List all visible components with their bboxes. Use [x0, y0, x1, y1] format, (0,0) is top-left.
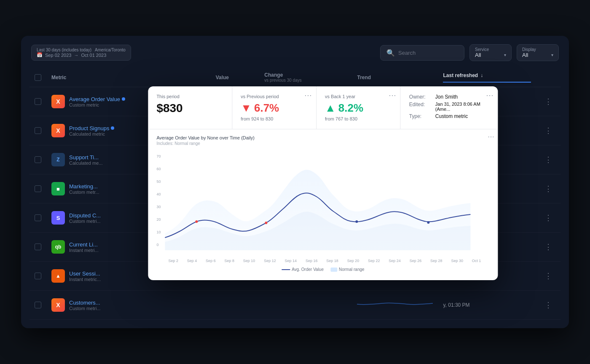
chart-more-button[interactable]: ⋯ [488, 133, 494, 141]
modal-year-more-button[interactable]: ⋯ [389, 91, 396, 100]
x-axis-labels: Sep 2Sep 4Sep 6Sep 8Sep 10 Sep 12Sep 14S… [156, 259, 489, 265]
value-header: Value [211, 68, 260, 87]
row-more-button[interactable]: ⋮ [541, 153, 555, 166]
owner-value: Jon Smith [435, 94, 458, 100]
modal-stats-row: This period $830 vs Previous period ▼ 6.… [148, 86, 498, 129]
chart-legend: Avg. Order Value Normal range [156, 267, 489, 272]
row-checkbox-cell [30, 145, 46, 174]
header-right: 🔍 Service All ▾ Display All ▾ [380, 44, 559, 61]
metric-type: Custom metri... [69, 306, 101, 311]
row-checkbox-cell [30, 262, 46, 291]
legend-area-icon [330, 268, 337, 272]
metric-type: Instant metric... [69, 277, 101, 282]
metric-icon: Z [51, 153, 65, 166]
row-checkbox[interactable] [35, 244, 41, 250]
change-header: Change vs previous 30 days [259, 68, 352, 87]
metric-icon: X [51, 124, 65, 137]
row-more-button[interactable]: ⋮ [541, 270, 555, 282]
search-box[interactable]: 🔍 [380, 45, 464, 61]
stat-year-from: from 767 to 830 [325, 116, 392, 121]
row-more-button[interactable]: ⋮ [541, 95, 555, 108]
modal-meta-more-button[interactable]: ⋯ [486, 91, 493, 100]
edited-value: Jan 31, 2023 8:06 AM (Ame... [435, 102, 490, 112]
mini-trend-chart [357, 296, 433, 313]
row-more-button[interactable]: ⋮ [541, 182, 555, 195]
metric-name[interactable]: Marketing... [69, 183, 99, 190]
stat-year-label: vs Back 1 year [325, 94, 392, 99]
svg-text:60: 60 [156, 167, 161, 171]
metric-name[interactable]: Average Order Value [69, 96, 125, 102]
chart-subtitle: Includes: Normal range [156, 141, 489, 146]
metric-name[interactable]: Customers... [69, 300, 101, 306]
arrow-up-icon: ▲ [325, 102, 336, 115]
svg-text:70: 70 [156, 154, 161, 158]
date-range-selector[interactable]: Last 30 days (includes today) America/To… [31, 45, 131, 61]
display-label: Display [522, 47, 553, 52]
row-more-button[interactable]: ⋮ [541, 299, 555, 311]
metric-type: Calculated me... [69, 161, 102, 166]
legend-line-item: Avg. Order Value [282, 267, 324, 272]
search-icon: 🔍 [386, 49, 395, 57]
svg-text:0: 0 [156, 243, 158, 247]
chart-title: Average Order Value by None over Time (D… [156, 135, 489, 140]
edited-label: Edited: [409, 102, 430, 112]
owner-label: Owner: [409, 94, 430, 100]
metric-name[interactable]: Current Li... [69, 241, 99, 248]
service-dropdown[interactable]: Service All ▾ [469, 44, 512, 61]
row-checkbox[interactable] [35, 214, 41, 221]
chart-container: 70 60 50 40 30 20 10 0 [156, 149, 489, 259]
row-checkbox-cell [30, 203, 46, 233]
trend-header: Trend [352, 68, 438, 87]
svg-point-10 [427, 221, 429, 224]
legend-area-label: Normal range [339, 267, 365, 272]
svg-point-11 [355, 220, 358, 223]
svg-text:10: 10 [156, 230, 161, 234]
stat-prev-change: ▼ 6.7% [241, 102, 308, 115]
metric-type: Custom metri... [69, 219, 101, 224]
metric-name[interactable]: Support Ti... [69, 154, 102, 161]
row-checkbox[interactable] [35, 127, 41, 134]
modal-prev-more-button[interactable]: ⋯ [304, 91, 312, 100]
row-checkbox[interactable] [35, 302, 41, 308]
stat-current-label: This period [156, 94, 223, 99]
metric-dot [111, 126, 114, 130]
row-more-button[interactable]: ⋮ [541, 211, 555, 224]
actions-header [536, 68, 560, 87]
metric-icon: ▲ [51, 269, 65, 283]
arrow-down-icon: ▼ [241, 102, 252, 115]
value-cell [211, 291, 260, 320]
select-all-checkbox[interactable] [35, 74, 41, 81]
sort-icon: ↓ [480, 72, 483, 78]
modal-stat-prev: vs Previous period ▼ 6.7% from 924 to 83… [232, 86, 316, 129]
metric-name[interactable]: Product Signups [69, 125, 114, 131]
more-actions-cell: ⋮ [536, 291, 560, 320]
more-actions-cell: ⋮ [536, 145, 560, 174]
legend-line-icon [282, 269, 290, 270]
stat-prev-from: from 924 to 830 [241, 116, 308, 121]
metric-header: Metric [46, 68, 211, 87]
row-checkbox-cell [30, 233, 46, 262]
select-all-header [30, 68, 46, 87]
chevron-down-icon: ▾ [504, 53, 506, 57]
metric-name[interactable]: User Sessi... [69, 270, 101, 277]
change-cell [259, 291, 352, 320]
display-dropdown[interactable]: Display All ▾ [517, 44, 559, 61]
svg-text:30: 30 [156, 205, 161, 209]
search-input[interactable] [398, 50, 458, 56]
svg-text:20: 20 [156, 217, 161, 222]
metric-type: Instant metri... [69, 248, 99, 253]
last-refreshed-cell: y, 01:30 PM [438, 291, 536, 320]
row-checkbox[interactable] [35, 98, 41, 105]
row-checkbox[interactable] [35, 156, 41, 163]
last-refreshed-header[interactable]: Last refreshed ↓ [438, 68, 536, 87]
date-to: Oct 01 2023 [81, 53, 106, 58]
row-checkbox[interactable] [35, 273, 41, 279]
metric-name[interactable]: Disputed C... [69, 212, 101, 219]
more-actions-cell: ⋮ [536, 233, 560, 262]
metric-type: Custom metric [69, 102, 125, 107]
row-more-button[interactable]: ⋮ [541, 124, 555, 137]
legend-line-label: Avg. Order Value [292, 267, 324, 272]
row-more-button[interactable]: ⋮ [541, 241, 555, 253]
service-value: All [475, 52, 481, 58]
row-checkbox[interactable] [35, 185, 41, 192]
